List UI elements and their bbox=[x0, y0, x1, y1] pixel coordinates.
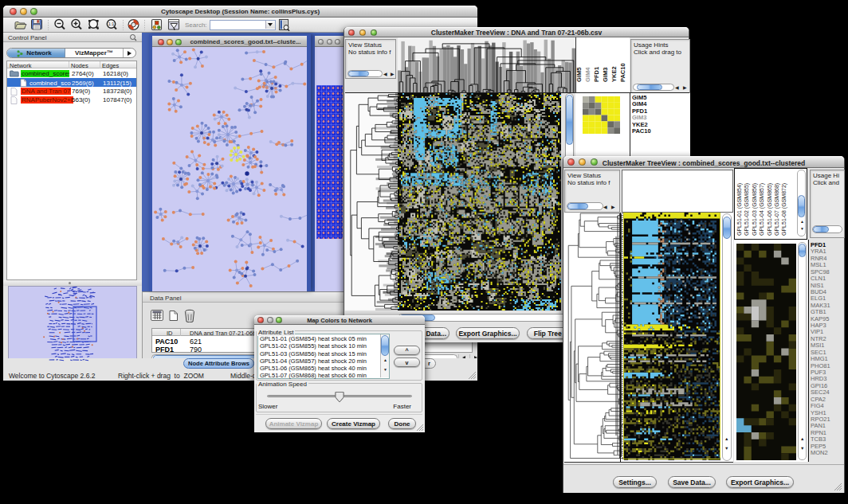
svg-text:GIM3: GIM3 bbox=[602, 68, 609, 82]
svg-text:GPL51-03 (GSM856): GPL51-03 (GSM856) bbox=[752, 183, 758, 236]
svg-text:GIM5: GIM5 bbox=[575, 68, 583, 82]
svg-text:PFD1: PFD1 bbox=[593, 67, 600, 82]
svg-text:PAC10: PAC10 bbox=[619, 63, 626, 82]
svg-text:1:1: 1:1 bbox=[108, 21, 115, 26]
svg-text:GPL51-04 (GSM857): GPL51-04 (GSM857) bbox=[759, 183, 765, 236]
svg-text:GPL51-08 (GSM872): GPL51-08 (GSM872) bbox=[781, 183, 787, 236]
svg-text:GPL51-07 (GSM868): GPL51-07 (GSM868) bbox=[774, 183, 780, 236]
svg-text:GIM4: GIM4 bbox=[584, 67, 591, 82]
svg-text:YKE2: YKE2 bbox=[610, 66, 618, 82]
svg-text:GPL51-02 (GSM855): GPL51-02 (GSM855) bbox=[744, 183, 750, 236]
svg-text:GPL51-01 (GSM854): GPL51-01 (GSM854) bbox=[736, 183, 743, 236]
svg-text:GPL51-06 (GSM865): GPL51-06 (GSM865) bbox=[767, 183, 773, 236]
